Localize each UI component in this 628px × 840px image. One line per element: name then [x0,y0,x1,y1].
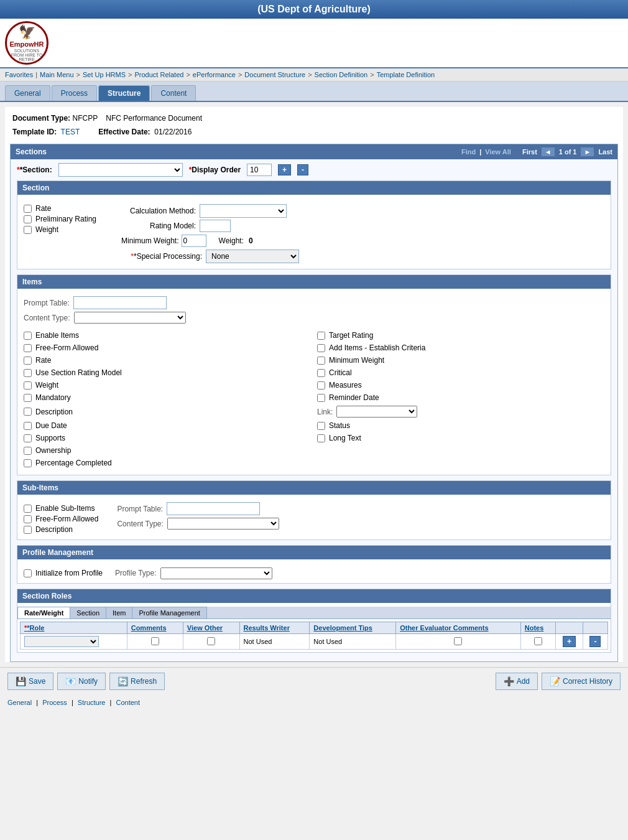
initialize-checkbox[interactable] [24,569,32,577]
special-processing-select[interactable]: None [206,250,299,263]
rating-model-input[interactable] [200,220,231,232]
display-order-minus-btn[interactable]: - [297,164,308,175]
measures-checkbox[interactable] [317,381,325,390]
footer-general-link[interactable]: General [7,699,32,706]
pct-completed-row: Percentage Completed [24,459,311,467]
roles-col-dev-tips[interactable]: Development Tips [310,622,396,634]
footer-content-link[interactable]: Content [116,699,140,706]
tab-process[interactable]: Process [52,85,97,101]
tab-content[interactable]: Content [151,85,196,101]
role-tab-section[interactable]: Section [70,607,106,618]
footer-process-link[interactable]: Process [42,699,67,706]
weight-checkbox[interactable] [24,226,32,234]
subitems-free-form-checkbox[interactable] [24,515,32,523]
save-button[interactable]: 💾 Save [7,673,53,690]
display-order-input[interactable] [247,164,272,176]
prompt-table-label: Prompt Table: [24,299,70,307]
description-checkbox[interactable] [24,408,32,416]
items-weight-row: Weight [24,381,311,390]
profile-type-select[interactable] [160,567,272,579]
view-all-link[interactable]: View All [485,148,511,156]
footer-structure-link[interactable]: Structure [78,699,106,706]
calc-method-select[interactable] [200,204,287,218]
reminder-date-checkbox[interactable] [317,394,325,402]
breadcrumb-section-definition[interactable]: Section Definition [315,71,368,78]
long-text-checkbox[interactable] [317,434,325,442]
role-select-cell [21,634,127,650]
calc-method-label: Calculation Method: [121,207,196,215]
prelim-rating-checkbox[interactable] [24,215,32,223]
roles-col-view-other[interactable]: View Other [183,622,239,634]
breadcrumb-setup-hrms[interactable]: Set Up HRMS [83,71,126,78]
role-select[interactable] [24,636,99,647]
link-select[interactable] [336,406,417,418]
comments-checkbox-cell[interactable] [151,637,159,645]
prompt-table-input[interactable] [73,296,167,309]
nav-prev-btn[interactable]: ◄ [541,147,555,157]
add-button[interactable]: ➕ Add [496,673,538,690]
content-type-select[interactable] [74,312,186,324]
nav-next-btn[interactable]: ► [580,147,594,157]
free-form-checkbox[interactable] [24,344,32,352]
correct-history-button[interactable]: 📝 Correct History [542,673,621,690]
display-order-plus-btn[interactable]: + [278,164,291,175]
ownership-checkbox[interactable] [24,447,32,455]
roles-col-results-writer[interactable]: Results Writer [239,622,310,634]
min-weight-weight-row: Minimum Weight: Weight: 0 [121,235,299,247]
add-items-checkbox[interactable] [317,344,325,352]
role-tab-profile-mgmt[interactable]: Profile Management [132,607,206,618]
breadcrumb-favorites[interactable]: Favorites [5,71,33,78]
correct-history-icon: 📝 [550,676,560,686]
enable-subitems-checkbox[interactable] [24,505,32,513]
use-section-rating-row: Use Section Rating Model [24,368,311,377]
weight-checkbox-row: Weight [24,225,96,234]
section-select[interactable] [58,163,183,177]
breadcrumb-main-menu[interactable]: Main Menu [40,71,73,78]
view-other-checkbox-cell[interactable] [207,637,215,645]
row-remove-btn[interactable]: - [589,636,601,647]
row-remove-cell: - [583,634,607,650]
subitems-content-type-label: Content Type: [117,520,164,528]
tab-general[interactable]: General [5,85,50,101]
critical-checkbox[interactable] [317,369,325,377]
items-min-weight-checkbox[interactable] [317,357,325,365]
tab-structure[interactable]: Structure [98,85,150,101]
use-section-rating-checkbox[interactable] [24,369,32,377]
subitems-description-checkbox[interactable] [24,526,32,534]
subitems-prompt-input[interactable] [167,502,260,515]
role-tab-rate-weight[interactable]: Rate/Weight [17,607,70,618]
roles-col-comments[interactable]: Comments [127,622,183,634]
enable-items-checkbox[interactable] [24,332,32,340]
items-weight-checkbox[interactable] [24,381,32,390]
due-date-checkbox[interactable] [24,422,32,430]
items-rate-checkbox[interactable] [24,357,32,365]
content-type-label: Content Type: [24,314,70,322]
long-text-label: Long Text [329,434,361,442]
mandatory-checkbox[interactable] [24,394,32,402]
pct-completed-checkbox[interactable] [24,459,32,467]
breadcrumb-document-structure[interactable]: Document Structure [244,71,305,78]
roles-col-role[interactable]: **Role [21,622,127,634]
supports-checkbox[interactable] [24,434,32,442]
link-label: Link: [317,408,333,416]
find-link[interactable]: Find [461,148,476,156]
breadcrumb-product-related[interactable]: Product Related [134,71,183,78]
row-add-btn[interactable]: + [563,636,576,647]
breadcrumb-template-definition[interactable]: Template Definition [377,71,435,78]
notify-button[interactable]: 📧 Notify [57,673,106,690]
rate-checkbox[interactable] [24,205,32,213]
roles-col-notes[interactable]: Notes [520,622,555,634]
notes-checkbox-cell[interactable] [534,637,542,645]
other-eval-checkbox-cell[interactable] [454,637,462,645]
subitems-content-type-select[interactable] [167,518,279,530]
min-weight-input[interactable] [182,235,206,247]
role-tab-item[interactable]: Item [106,607,132,618]
template-id-label: Template ID: [12,128,57,136]
status-checkbox[interactable] [317,422,325,430]
roles-col-other-eval[interactable]: Other Evaluator Comments [396,622,521,634]
refresh-button[interactable]: 🔄 Refresh [109,673,165,690]
breadcrumb-eperformance[interactable]: ePerformance [193,71,236,78]
sep6: > [308,71,312,78]
target-rating-checkbox[interactable] [317,332,325,340]
refresh-icon: 🔄 [118,676,128,686]
